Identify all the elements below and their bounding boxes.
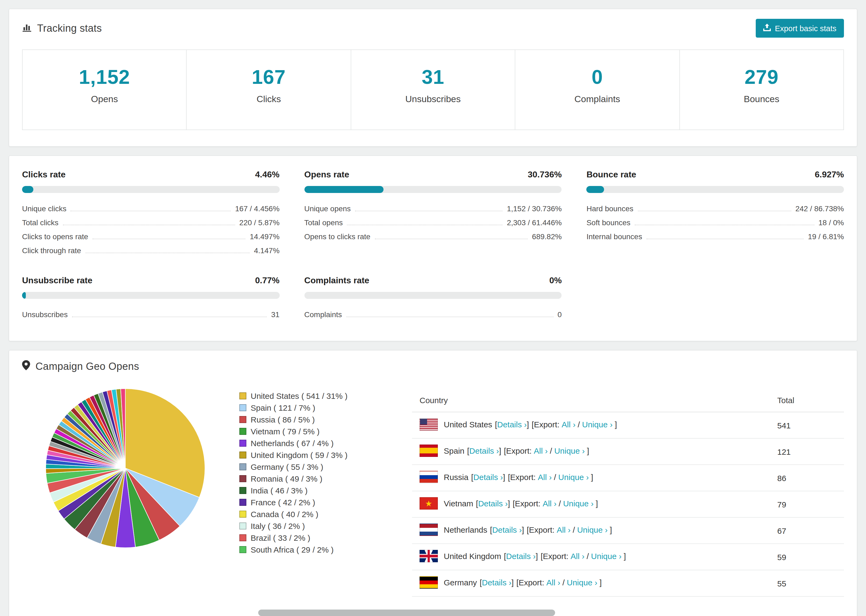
complaints-rate-title: Complaints rate bbox=[304, 276, 369, 285]
legend-item: Brazil ( 33 / 2% ) bbox=[239, 532, 361, 544]
legend-swatch bbox=[239, 546, 246, 553]
country-total: 55 bbox=[770, 570, 844, 596]
details-link[interactable]: Details › bbox=[469, 446, 499, 455]
legend-item: Italy ( 36 / 2% ) bbox=[239, 520, 361, 532]
country-name: Spain bbox=[444, 446, 464, 455]
stat-value: 18 / 0% bbox=[819, 218, 844, 227]
dotted-leader bbox=[72, 317, 267, 317]
export-all-link[interactable]: All › bbox=[538, 473, 552, 482]
export-unique-link[interactable]: Unique › bbox=[577, 525, 608, 534]
table-row: Germany [Details ›] [Export:All ›/Unique… bbox=[412, 570, 844, 596]
legend-swatch bbox=[239, 392, 246, 399]
details-link[interactable]: Details › bbox=[492, 525, 522, 534]
stat-label: Unsubscribes bbox=[22, 310, 68, 319]
details-link[interactable]: Details › bbox=[482, 578, 512, 587]
stat-row: Opens to clicks rate689.82% bbox=[304, 228, 562, 242]
export-all-link[interactable]: All › bbox=[543, 499, 557, 508]
legend-label: South Africa ( 29 / 2% ) bbox=[251, 545, 334, 554]
legend-item: United States ( 541 / 31% ) bbox=[239, 390, 361, 402]
details-link[interactable]: Details › bbox=[506, 552, 536, 561]
opens-label: Opens bbox=[27, 94, 182, 105]
export-unique-link[interactable]: Unique › bbox=[554, 446, 585, 455]
dotted-leader bbox=[347, 225, 503, 225]
stat-row: Total opens2,303 / 61.446% bbox=[304, 214, 562, 228]
stat-label: Unique clicks bbox=[22, 204, 66, 213]
stat-label: Internal bounces bbox=[587, 232, 642, 241]
export-all-link[interactable]: All › bbox=[534, 446, 548, 455]
dotted-leader bbox=[638, 211, 791, 211]
legend-item: Spain ( 121 / 7% ) bbox=[239, 402, 361, 413]
summary-complaints: 0 Complaints bbox=[515, 50, 679, 130]
map-pin-icon bbox=[22, 360, 30, 372]
legend-item: Canada ( 40 / 2% ) bbox=[239, 508, 361, 520]
export-all-link[interactable]: All › bbox=[546, 578, 560, 587]
clicks-rate-progress bbox=[22, 186, 279, 193]
germany-flag-icon bbox=[420, 576, 438, 589]
legend-swatch bbox=[239, 487, 246, 494]
summary-opens: 1,152 Opens bbox=[23, 50, 186, 130]
bounce-rate-title: Bounce rate bbox=[587, 170, 636, 179]
stat-value: 0 bbox=[557, 310, 562, 319]
stat-row: Internal bounces19 / 6.81% bbox=[587, 228, 844, 242]
bar-chart-icon bbox=[22, 22, 32, 34]
details-link[interactable]: Details › bbox=[497, 420, 527, 429]
legend-label: Russia ( 86 / 5% ) bbox=[251, 415, 315, 424]
details-link[interactable]: Details › bbox=[478, 499, 508, 508]
legend-swatch bbox=[239, 475, 246, 482]
unsubscribe-rate-progress bbox=[22, 292, 279, 299]
country-total: 67 bbox=[770, 517, 844, 544]
complaints-rate-progress bbox=[304, 292, 562, 299]
country-name: Germany bbox=[444, 578, 477, 587]
dotted-leader bbox=[635, 225, 814, 225]
horizontal-scrollbar-thumb[interactable] bbox=[258, 610, 555, 616]
stat-value: 19 / 6.81% bbox=[808, 232, 844, 241]
export-all-link[interactable]: All › bbox=[557, 525, 571, 534]
stat-label: Click through rate bbox=[22, 246, 81, 255]
legend-item: Russia ( 86 / 5% ) bbox=[239, 413, 361, 425]
export-all-link[interactable]: All › bbox=[562, 420, 576, 429]
complaints-count: 0 bbox=[520, 66, 675, 89]
dotted-leader bbox=[63, 225, 235, 225]
export-unique-link[interactable]: Unique › bbox=[582, 420, 612, 429]
legend-swatch bbox=[239, 463, 246, 470]
vietnam-flag-icon bbox=[420, 497, 438, 509]
country-name: Vietnam bbox=[444, 499, 473, 508]
export-unique-link[interactable]: Unique › bbox=[567, 578, 597, 587]
table-row: Netherlands [Details ›] [Export:All ›/Un… bbox=[412, 517, 844, 544]
legend-label: France ( 42 / 2% ) bbox=[251, 498, 315, 507]
country-name: Russia bbox=[444, 473, 469, 482]
summary-stats: 1,152 Opens 167 Clicks 31 Unsubscribes 0… bbox=[22, 49, 844, 130]
country-total: 541 bbox=[770, 412, 844, 438]
stat-value: 689.82% bbox=[532, 232, 562, 241]
spain-flag-icon bbox=[420, 445, 438, 457]
stat-row: Complaints0 bbox=[304, 306, 562, 321]
country-total: 121 bbox=[770, 438, 844, 465]
export-unique-link[interactable]: Unique › bbox=[558, 473, 589, 482]
us-flag-icon bbox=[420, 418, 438, 431]
dotted-leader bbox=[93, 239, 246, 239]
legend-swatch bbox=[239, 416, 246, 423]
details-link[interactable]: Details › bbox=[473, 473, 503, 482]
opens-rate-value: 30.736% bbox=[527, 170, 562, 179]
legend-label: Netherlands ( 67 / 4% ) bbox=[251, 438, 334, 448]
legend-swatch bbox=[239, 511, 246, 517]
dotted-leader bbox=[346, 317, 553, 317]
stat-row: Clicks to opens rate14.497% bbox=[22, 228, 279, 242]
unsubscribes-count: 31 bbox=[356, 66, 511, 89]
export-basic-stats-button[interactable]: Export basic stats bbox=[756, 19, 844, 38]
geo-opens-card: Campaign Geo Opens United States ( 541 /… bbox=[9, 350, 857, 616]
export-unique-link[interactable]: Unique › bbox=[563, 499, 594, 508]
export-unique-link[interactable]: Unique › bbox=[591, 552, 622, 561]
export-all-link[interactable]: All › bbox=[571, 552, 585, 561]
opens-rate-panel: Opens rate 30.736% Unique opens1,152 / 3… bbox=[304, 170, 562, 256]
stat-value: 242 / 86.738% bbox=[795, 204, 844, 213]
uk-flag-icon bbox=[420, 550, 438, 562]
legend-swatch bbox=[239, 404, 246, 411]
legend-item: Germany ( 55 / 3% ) bbox=[239, 460, 361, 473]
legend-label: Romania ( 49 / 3% ) bbox=[251, 474, 323, 483]
legend-label: Vietnam ( 79 / 5% ) bbox=[251, 426, 320, 436]
stat-value: 1,152 / 30.736% bbox=[507, 204, 562, 213]
legend-label: Brazil ( 33 / 2% ) bbox=[251, 533, 310, 542]
stat-row: Unique clicks167 / 4.456% bbox=[22, 201, 279, 214]
summary-unsubscribes: 31 Unsubscribes bbox=[351, 50, 515, 130]
